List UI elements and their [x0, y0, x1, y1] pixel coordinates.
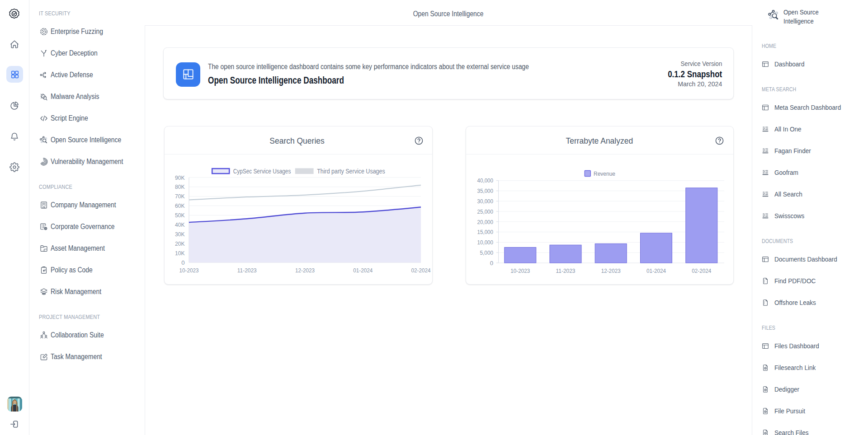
svg-text:CypSec Service Usages: CypSec Service Usages: [233, 168, 291, 175]
svg-text:10-2023: 10-2023: [510, 267, 530, 274]
svg-text:02-2024: 02-2024: [692, 267, 711, 274]
svg-text:10,000: 10,000: [477, 239, 494, 246]
svg-text:80K: 80K: [175, 183, 185, 190]
svg-text:50K: 50K: [175, 212, 185, 219]
svg-text:11-2023: 11-2023: [556, 267, 576, 274]
svg-text:0: 0: [181, 259, 184, 266]
svg-text:35,000: 35,000: [477, 187, 494, 194]
svg-text:Revenue: Revenue: [594, 170, 615, 177]
svg-text:Third party Service Usages: Third party Service Usages: [317, 168, 385, 175]
svg-text:5,000: 5,000: [480, 249, 494, 256]
svg-text:70K: 70K: [175, 193, 185, 200]
svg-text:10-2023: 10-2023: [179, 267, 199, 274]
svg-text:12-2023: 12-2023: [601, 267, 621, 274]
svg-text:30,000: 30,000: [477, 198, 494, 205]
svg-text:20,000: 20,000: [477, 219, 494, 225]
svg-text:40K: 40K: [175, 221, 185, 228]
svg-text:90K: 90K: [175, 174, 185, 181]
svg-text:01-2024: 01-2024: [353, 267, 373, 274]
svg-text:40,000: 40,000: [477, 177, 494, 184]
svg-text:11-2023: 11-2023: [237, 267, 257, 274]
svg-text:0: 0: [490, 260, 493, 267]
svg-text:10K: 10K: [175, 250, 185, 257]
svg-text:20K: 20K: [175, 240, 185, 247]
svg-text:01-2024: 01-2024: [646, 267, 666, 274]
svg-text:15,000: 15,000: [477, 229, 494, 235]
svg-text:60K: 60K: [175, 202, 185, 209]
svg-text:02-2024: 02-2024: [411, 267, 431, 274]
svg-text:12-2023: 12-2023: [295, 267, 315, 274]
svg-text:25,000: 25,000: [477, 208, 494, 215]
svg-text:30K: 30K: [175, 231, 185, 238]
